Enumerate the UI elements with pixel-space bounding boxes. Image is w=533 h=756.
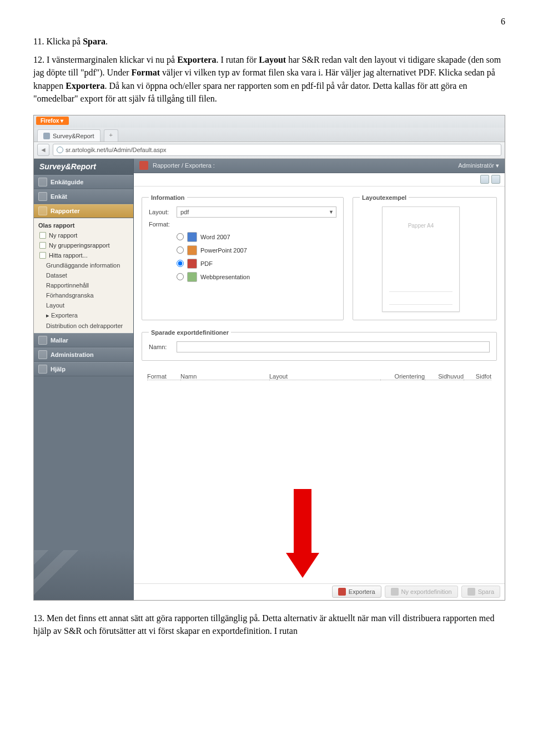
sub-innehall[interactable]: Rapportinnehåll (34, 280, 133, 290)
layoutex-legend: Layoutexempel (360, 194, 409, 201)
txt-11b: Spara (83, 37, 105, 46)
format-word-label: Word 2007 (200, 234, 230, 240)
col-namn[interactable]: Namn (180, 373, 269, 380)
format-option-ppt[interactable]: PowerPoint 2007 (177, 244, 336, 256)
txt-11c: . (105, 37, 108, 46)
info-icon[interactable] (491, 175, 500, 184)
browser-titlebar: Firefox ▾ (34, 115, 505, 128)
new-report-icon (39, 232, 46, 239)
nav-mallar-label: Mallar (51, 337, 68, 344)
saved-definitions-box: Sparade exportdefinitioner Namn: (142, 329, 497, 361)
col-orient[interactable]: Orientering (380, 373, 425, 380)
tab-title: Survey&Report (53, 133, 94, 139)
format-label: Format: (149, 221, 172, 228)
wizard-icon (38, 178, 47, 187)
pdf-icon (338, 588, 346, 596)
sub-grund[interactable]: Grundläggande information (34, 260, 133, 270)
namn-input[interactable] (177, 341, 490, 352)
sub-distribution[interactable]: Distribution och delrapporter (34, 321, 133, 331)
browser-tabstrip: Survey&Report + (34, 128, 505, 142)
format-pdf-label: PDF (200, 260, 213, 267)
sub-ny-grupp-label: Ny grupperingsrapport (49, 242, 109, 249)
namn-row: Namn: (149, 341, 490, 352)
layout-row: Layout: pdf ▼ (149, 206, 336, 218)
radio-word[interactable] (177, 233, 184, 240)
radio-pdf[interactable] (177, 260, 184, 267)
col-sidhuvud[interactable]: Sidhuvud (425, 373, 464, 380)
nav-enkatguide[interactable]: Enkätguide (34, 175, 133, 189)
new-tab-button[interactable]: + (104, 129, 118, 142)
format-option-pdf[interactable]: PDF (177, 258, 336, 270)
rapporter-subpanel: Olas rapport Ny rapport Ny grupperingsra… (34, 218, 133, 333)
radio-web[interactable] (177, 273, 184, 280)
t13: Men det finns ett annat sätt att göra ra… (33, 613, 494, 636)
help-icon[interactable] (480, 175, 489, 184)
nav-hjalp[interactable]: Hjälp (34, 362, 133, 376)
layout-label: Layout: (149, 209, 172, 215)
format-ppt-label: PowerPoint 2007 (200, 247, 247, 254)
col-layout[interactable]: Layout (269, 373, 380, 380)
defs-table-header: Format Namn Layout Orientering Sidhuvud … (142, 370, 497, 384)
col-format[interactable]: Format (147, 373, 180, 380)
templates-icon (38, 336, 47, 345)
app-brand: Survey&Report (34, 159, 133, 175)
namn-label: Namn: (149, 344, 172, 350)
chevron-down-icon: ▾ (496, 162, 499, 169)
help-icon (38, 365, 47, 374)
sub-ny-grupp[interactable]: Ny grupperingsrapport (34, 240, 133, 250)
nav-mallar[interactable]: Mallar (34, 333, 133, 347)
instruction-13: 13. Men det finns ett annat sätt att gör… (33, 612, 505, 637)
user-menu[interactable]: Administratör ▾ (458, 162, 499, 169)
t12b2: Layout (259, 55, 286, 64)
sub-hitta[interactable]: Hitta rapport... (34, 250, 133, 260)
radio-ppt[interactable] (177, 246, 184, 254)
ny-exportdefinition-button[interactable]: Ny exportdefinition (385, 586, 458, 598)
t12a: I vänstermarginalen klickar vi nu på (44, 55, 177, 64)
format-row: Format: (149, 221, 336, 228)
save-icon (467, 588, 475, 596)
sub-dataset[interactable]: Dataset (34, 270, 133, 280)
col-sidfot[interactable]: Sidfot (464, 373, 491, 380)
address-bar[interactable]: sr.artologik.net/lu/Admin/Default.aspx (53, 144, 501, 156)
spara-button[interactable]: Spara (461, 586, 500, 598)
sub-layout[interactable]: Layout (34, 300, 133, 310)
breadcrumb-text: Rapporter / Exportera : (153, 162, 215, 169)
chevron-down-icon: ▾ (61, 118, 63, 124)
search-icon (39, 252, 46, 259)
browser-tab[interactable]: Survey&Report (37, 129, 100, 142)
format-option-web[interactable]: Webbpresentation (177, 271, 336, 283)
sub-exportera[interactable]: Exportera (34, 310, 133, 321)
sub-forhands[interactable]: Förhandsgranska (34, 290, 133, 300)
gear-icon (38, 350, 47, 359)
instruction-11: 11. Klicka på Spara. (33, 35, 505, 48)
num-11: 11. (33, 37, 44, 46)
new-icon (391, 588, 399, 596)
exportera-button[interactable]: Exportera (332, 586, 381, 598)
num-13: 13. (33, 613, 44, 623)
nav-enkat[interactable]: Enkät (34, 189, 133, 204)
spara-label: Spara (478, 588, 494, 595)
sidebar-footer-art (34, 550, 134, 600)
firefox-menu-button[interactable]: Firefox ▾ (36, 117, 69, 125)
nav-admin-label: Administration (51, 351, 94, 358)
num-12: 12. (33, 55, 44, 64)
new-group-icon (39, 242, 46, 249)
globe-icon (57, 147, 63, 153)
content-body: Information Layout: pdf ▼ Format: (134, 187, 505, 583)
paper-label: Papper A4 (408, 223, 434, 229)
information-legend: Information (149, 194, 187, 201)
txt-11a: Klicka på (44, 37, 83, 46)
saved-legend: Sparade exportdefinitioner (149, 329, 231, 336)
back-button[interactable]: ◄ (37, 144, 49, 156)
bottom-toolbar: Exportera Ny exportdefinition Spara (134, 583, 505, 600)
nav-rapporter[interactable]: Rapporter (34, 204, 133, 218)
screenshot: Firefox ▾ Survey&Report + ◄ sr.artologik… (33, 115, 505, 601)
sub-ny-rapport[interactable]: Ny rapport (34, 230, 133, 240)
layout-select[interactable]: pdf ▼ (177, 206, 336, 218)
paper-preview: Papper A4 (382, 206, 460, 312)
report-icon (38, 206, 47, 215)
powerpoint-icon (187, 245, 197, 255)
format-web-label: Webbpresentation (200, 274, 250, 280)
nav-admin[interactable]: Administration (34, 347, 133, 362)
format-option-word[interactable]: Word 2007 (177, 231, 336, 243)
